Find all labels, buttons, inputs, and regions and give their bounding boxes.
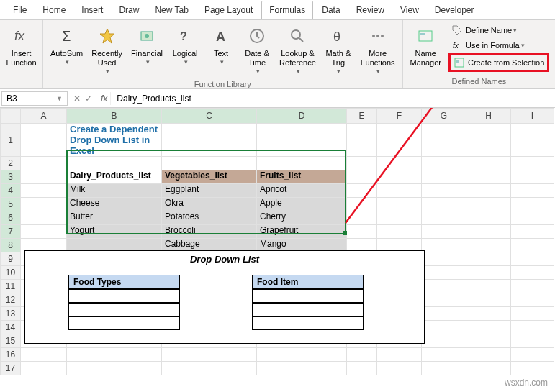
cell-E17[interactable] (347, 362, 377, 375)
row-header-12[interactable]: 12 (1, 293, 21, 307)
cell-I14[interactable] (511, 321, 554, 334)
cell-D5[interactable]: Apple (257, 198, 347, 211)
recently-used-button[interactable]: Recently Used (87, 22, 127, 78)
cell-H17[interactable] (466, 362, 511, 375)
cell-H16[interactable] (466, 348, 511, 362)
cell-G5[interactable] (422, 198, 466, 211)
cell-G6[interactable] (422, 211, 466, 225)
spreadsheet-grid[interactable]: ABCDEFGHI1Create a Dependent Drop Down L… (0, 108, 555, 375)
cell-B2[interactable] (67, 157, 162, 170)
cell-G4[interactable] (422, 184, 466, 198)
fx-icon[interactable]: fx (98, 94, 110, 104)
col-header-F[interactable]: F (377, 109, 422, 124)
text-button[interactable]: A Text (203, 22, 239, 69)
cell-F1[interactable] (377, 124, 422, 157)
cell-C17[interactable] (162, 362, 257, 375)
cell-E6[interactable] (347, 211, 377, 225)
food-item-cell-2[interactable] (252, 303, 364, 316)
cell-G11[interactable] (422, 280, 466, 293)
food-item-cell-3[interactable] (252, 316, 364, 330)
col-header-D[interactable]: D (257, 109, 347, 124)
cell-I16[interactable] (511, 348, 554, 362)
col-header-H[interactable]: H (466, 109, 511, 124)
cell-E2[interactable] (347, 157, 377, 170)
use-in-formula-button[interactable]: fx Use in Formula (448, 38, 549, 53)
cell-I2[interactable] (511, 157, 554, 170)
cell-G14[interactable] (422, 321, 466, 334)
cell-B4[interactable]: Milk (67, 184, 162, 198)
cell-D6[interactable]: Cherry (257, 211, 347, 225)
cell-I7[interactable] (511, 225, 554, 239)
formula-bar[interactable]: Dairy_Products_list (110, 92, 555, 105)
cell-C1[interactable] (162, 124, 257, 157)
cell-I9[interactable] (511, 252, 554, 266)
food-types-cell-2[interactable] (68, 303, 180, 316)
cell-H2[interactable] (466, 157, 511, 170)
cell-A1[interactable] (21, 124, 67, 157)
name-box[interactable]: B3 ▼ (1, 91, 68, 106)
row-header-13[interactable]: 13 (1, 307, 21, 321)
cell-D16[interactable] (257, 348, 347, 362)
cell-I10[interactable] (511, 266, 554, 280)
cell-G2[interactable] (422, 157, 466, 170)
cell-H10[interactable] (466, 266, 511, 280)
cancel-icon[interactable]: ✕ (73, 94, 81, 104)
cell-B5[interactable]: Cheese (67, 198, 162, 211)
define-name-button[interactable]: Define Name (448, 23, 549, 37)
cell-E5[interactable] (347, 198, 377, 211)
cell-I17[interactable] (511, 362, 554, 375)
cell-B6[interactable]: Butter (67, 211, 162, 225)
cell-B3[interactable]: Dairy_Products_list (67, 170, 162, 184)
cell-I15[interactable] (511, 334, 554, 348)
cell-H3[interactable] (466, 170, 511, 184)
date-time-button[interactable]: Date & Time (239, 22, 275, 78)
create-from-selection-button[interactable]: Create from Selection (448, 53, 549, 72)
row-header-5[interactable]: 5 (1, 198, 21, 211)
cell-B16[interactable] (67, 348, 162, 362)
cell-I11[interactable] (511, 280, 554, 293)
cell-A17[interactable] (21, 362, 67, 375)
select-all-corner[interactable] (1, 109, 21, 124)
tab-newtab[interactable]: New Tab (148, 1, 195, 19)
cell-A3[interactable] (21, 170, 67, 184)
cell-A16[interactable] (21, 348, 67, 362)
tab-home[interactable]: Home (35, 1, 73, 19)
cell-F5[interactable] (377, 198, 422, 211)
tab-insert[interactable]: Insert (74, 1, 110, 19)
logical-button[interactable]: ? Logical (167, 22, 203, 69)
cell-D1[interactable] (257, 124, 347, 157)
cell-A7[interactable] (21, 225, 67, 239)
cell-H14[interactable] (466, 321, 511, 334)
tab-data[interactable]: Data (315, 1, 347, 19)
math-trig-button[interactable]: θ Math & Trig (320, 22, 356, 78)
row-header-10[interactable]: 10 (1, 266, 21, 280)
cell-I3[interactable] (511, 170, 554, 184)
tab-file[interactable]: File (6, 1, 34, 19)
cell-G7[interactable] (422, 225, 466, 239)
cell-H4[interactable] (466, 184, 511, 198)
row-header-16[interactable]: 16 (1, 348, 21, 362)
cell-B17[interactable] (67, 362, 162, 375)
cell-A2[interactable] (21, 157, 67, 170)
cell-I6[interactable] (511, 211, 554, 225)
cell-H5[interactable] (466, 198, 511, 211)
tab-view[interactable]: View (393, 1, 426, 19)
cell-I4[interactable] (511, 184, 554, 198)
name-manager-button[interactable]: Name Manager (406, 22, 446, 70)
col-header-A[interactable]: A (21, 109, 67, 124)
cell-B1[interactable]: Create a Dependent Drop Down List in Exc… (67, 124, 162, 157)
cell-G12[interactable] (422, 293, 466, 307)
cell-C4[interactable]: Eggplant (162, 184, 257, 198)
cell-E3[interactable] (347, 170, 377, 184)
row-header-9[interactable]: 9 (1, 252, 21, 266)
cell-C16[interactable] (162, 348, 257, 362)
col-header-G[interactable]: G (422, 109, 466, 124)
cell-I1[interactable] (511, 124, 554, 157)
cell-G15[interactable] (422, 334, 466, 348)
row-header-17[interactable]: 17 (1, 362, 21, 375)
tab-pagelayout[interactable]: Page Layout (197, 1, 260, 19)
cell-A4[interactable] (21, 184, 67, 198)
cell-E1[interactable] (347, 124, 377, 157)
cell-D4[interactable]: Apricot (257, 184, 347, 198)
cell-H1[interactable] (466, 124, 511, 157)
